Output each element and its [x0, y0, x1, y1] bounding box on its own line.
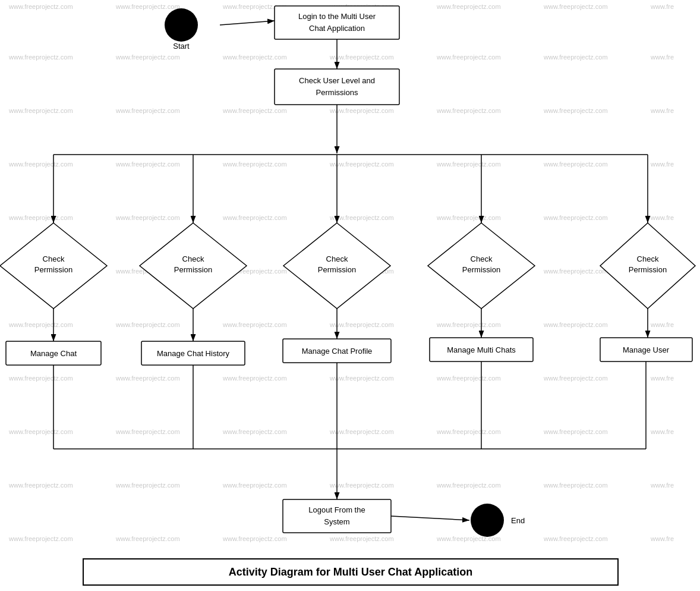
- end-label: End: [511, 516, 525, 525]
- svg-text:www.freeprojectz.com: www.freeprojectz.com: [115, 535, 180, 542]
- svg-text:www.freeprojectz.com: www.freeprojectz.com: [115, 375, 180, 382]
- svg-text:www.freeprojectz.com: www.freeprojectz.com: [543, 375, 608, 382]
- svg-text:www.freeprojectz.com: www.freeprojectz.com: [115, 214, 180, 221]
- arrow-logout-end: [391, 516, 469, 520]
- svg-text:www.freeprojectz.com: www.freeprojectz.com: [8, 107, 73, 114]
- svg-text:www.freeprojectz.com: www.freeprojectz.com: [8, 482, 73, 489]
- svg-text:www.fre: www.fre: [650, 428, 674, 435]
- svg-text:www.freeprojectz.com: www.freeprojectz.com: [436, 3, 501, 10]
- svg-text:www.freeprojectz.com: www.freeprojectz.com: [329, 375, 394, 382]
- svg-text:www.fre: www.fre: [650, 161, 674, 168]
- diamond5-label1: Check: [637, 254, 659, 263]
- logout-label2: System: [324, 517, 349, 526]
- manage-user-label: Manage User: [623, 345, 670, 354]
- manage-multi-chats-label: Manage Multi Chats: [447, 345, 516, 354]
- svg-text:www.freeprojectz.com: www.freeprojectz.com: [543, 535, 608, 542]
- svg-text:www.freeprojectz.com: www.freeprojectz.com: [543, 482, 608, 489]
- svg-text:www.fre: www.fre: [650, 321, 674, 328]
- svg-text:www.freeprojectz.com: www.freeprojectz.com: [543, 214, 608, 221]
- svg-text:www.freeprojectz.com: www.freeprojectz.com: [222, 482, 287, 489]
- svg-text:www.freeprojectz.com: www.freeprojectz.com: [8, 321, 73, 328]
- svg-text:www.fre: www.fre: [650, 482, 674, 489]
- diamond2-label2: Permission: [174, 265, 212, 274]
- start-circle: [165, 8, 198, 42]
- svg-text:www.freeprojectz.com: www.freeprojectz.com: [222, 54, 287, 61]
- manage-chat-label: Manage Chat: [30, 349, 77, 358]
- svg-text:www.freeprojectz.com: www.freeprojectz.com: [115, 321, 180, 328]
- diamond4-label1: Check: [471, 254, 493, 263]
- svg-text:www.freeprojectz.com: www.freeprojectz.com: [222, 107, 287, 114]
- diamond1-label1: Check: [43, 254, 65, 263]
- svg-text:www.freeprojectz.com: www.freeprojectz.com: [115, 54, 180, 61]
- svg-text:www.freeprojectz.com: www.freeprojectz.com: [222, 321, 287, 328]
- logout-label1: Logout From the: [308, 505, 365, 514]
- svg-text:www.freeprojectz.com: www.freeprojectz.com: [543, 3, 608, 10]
- svg-text:www.freeprojectz.com: www.freeprojectz.com: [115, 428, 180, 435]
- svg-text:www.fre: www.fre: [650, 214, 674, 221]
- svg-text:www.fre: www.fre: [650, 535, 674, 542]
- svg-text:www.freeprojectz.com: www.freeprojectz.com: [436, 107, 501, 114]
- diamond3-label1: Check: [326, 254, 348, 263]
- svg-text:www.freeprojectz.com: www.freeprojectz.com: [222, 214, 287, 221]
- svg-text:www.freeprojectz.com: www.freeprojectz.com: [436, 161, 501, 168]
- svg-text:www.freeprojectz.com: www.freeprojectz.com: [8, 214, 73, 221]
- svg-text:www.freeprojectz.com: www.freeprojectz.com: [436, 321, 501, 328]
- check-user-label-1: Check User Level and: [299, 76, 375, 85]
- svg-text:www.freeprojectz.com: www.freeprojectz.com: [329, 535, 394, 542]
- svg-text:www.fre: www.fre: [650, 375, 674, 382]
- diamond5-label2: Permission: [629, 265, 667, 274]
- svg-text:www.freeprojectz.com: www.freeprojectz.com: [115, 161, 180, 168]
- svg-text:www.freeprojectz.com: www.freeprojectz.com: [115, 3, 180, 10]
- svg-text:www.freeprojectz.com: www.freeprojectz.com: [222, 375, 287, 382]
- svg-text:www.freeprojectz.com: www.freeprojectz.com: [329, 161, 394, 168]
- svg-text:www.fre: www.fre: [650, 3, 674, 10]
- svg-text:www.fre: www.fre: [650, 107, 674, 114]
- login-label-2: Chat Application: [309, 24, 365, 33]
- svg-text:www.freeprojectz.com: www.freeprojectz.com: [8, 535, 73, 542]
- diagram-container: www.freeprojectz.com www.freeprojectz.co…: [0, 0, 700, 591]
- svg-text:www.freeprojectz.com: www.freeprojectz.com: [543, 268, 608, 275]
- svg-text:www.freeprojectz.com: www.freeprojectz.com: [543, 161, 608, 168]
- svg-text:www.freeprojectz.com: www.freeprojectz.com: [436, 482, 501, 489]
- svg-text:www.freeprojectz.com: www.freeprojectz.com: [329, 321, 394, 328]
- arrow-start-login: [220, 21, 275, 25]
- manage-chat-history-label: Manage Chat History: [157, 349, 230, 358]
- diamond2-label1: Check: [182, 254, 204, 263]
- svg-text:www.freeprojectz.com: www.freeprojectz.com: [329, 54, 394, 61]
- activity-diagram-svg: www.freeprojectz.com www.freeprojectz.co…: [0, 0, 700, 591]
- start-label: Start: [173, 42, 190, 51]
- diamond1-label2: Permission: [34, 265, 72, 274]
- svg-text:www.freeprojectz.com: www.freeprojectz.com: [543, 428, 608, 435]
- svg-text:www.freeprojectz.com: www.freeprojectz.com: [8, 428, 73, 435]
- svg-text:www.fre: www.fre: [650, 54, 674, 61]
- manage-chat-profile-label: Manage Chat Profile: [302, 347, 373, 356]
- svg-text:www.freeprojectz.com: www.freeprojectz.com: [8, 3, 73, 10]
- svg-text:www.freeprojectz.com: www.freeprojectz.com: [436, 375, 501, 382]
- svg-text:www.freeprojectz.com: www.freeprojectz.com: [222, 428, 287, 435]
- svg-text:www.freeprojectz.com: www.freeprojectz.com: [329, 482, 394, 489]
- svg-text:www.freeprojectz.com: www.freeprojectz.com: [8, 375, 73, 382]
- svg-text:www.freeprojectz.com: www.freeprojectz.com: [329, 107, 394, 114]
- diamond3-label2: Permission: [318, 265, 356, 274]
- svg-text:www.freeprojectz.com: www.freeprojectz.com: [222, 161, 287, 168]
- check-user-level-box: [275, 69, 399, 105]
- diagram-title: Activity Diagram for Multi User Chat App…: [229, 566, 472, 578]
- check-user-label-2: Permissions: [316, 88, 358, 97]
- svg-text:www.freeprojectz.com: www.freeprojectz.com: [329, 428, 394, 435]
- svg-text:www.freeprojectz.com: www.freeprojectz.com: [543, 54, 608, 61]
- svg-text:www.freeprojectz.com: www.freeprojectz.com: [543, 107, 608, 114]
- svg-text:www.freeprojectz.com: www.freeprojectz.com: [115, 482, 180, 489]
- svg-text:www.freeprojectz.com: www.freeprojectz.com: [222, 535, 287, 542]
- svg-text:www.freeprojectz.com: www.freeprojectz.com: [543, 321, 608, 328]
- svg-text:www.freeprojectz.com: www.freeprojectz.com: [8, 54, 73, 61]
- end-circle: [471, 504, 504, 537]
- diamond4-label2: Permission: [462, 265, 500, 274]
- svg-text:www.freeprojectz.com: www.freeprojectz.com: [436, 428, 501, 435]
- svg-text:www.freeprojectz.com: www.freeprojectz.com: [115, 107, 180, 114]
- svg-text:www.freeprojectz.com: www.freeprojectz.com: [329, 214, 394, 221]
- svg-text:www.freeprojectz.com: www.freeprojectz.com: [436, 214, 501, 221]
- logout-box: [283, 499, 391, 533]
- svg-text:www.freeprojectz.com: www.freeprojectz.com: [436, 54, 501, 61]
- login-box: [275, 6, 399, 39]
- login-label-1: Login to the Multi User: [298, 12, 376, 21]
